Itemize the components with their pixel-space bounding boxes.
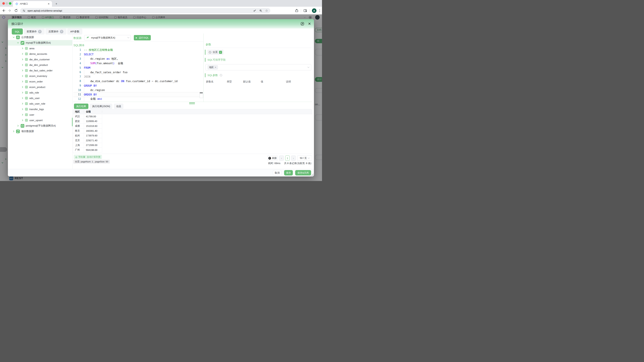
browser-tab[interactable]: API接口 ✕ <box>13 1 52 7</box>
chevron-right-icon[interactable] <box>22 53 24 55</box>
sql-line-7[interactable]: 7JOIN <box>74 75 203 79</box>
tree-item-mysql(平台数据网关A)[interactable]: mysql(平台数据网关A) <box>8 40 72 45</box>
tree-item-ecom_order[interactable]: ecom_order <box>8 79 72 84</box>
sql-line-2[interactable]: 2SELECT <box>74 52 203 57</box>
tree-item-ods_user_role[interactable]: ods_user_role <box>8 101 72 106</box>
tree-scrollbar-thumb[interactable] <box>72 118 72 126</box>
dialog-close-icon[interactable]: ✕ <box>308 22 311 26</box>
chevron-right-icon[interactable] <box>22 81 24 83</box>
tree-item-公共数据源[interactable]: 公共数据源 <box>8 34 72 40</box>
paging-checkbox[interactable]: ✓ <box>219 51 222 54</box>
results-column-金额[interactable]: 金额 <box>84 109 102 114</box>
paging-toggle[interactable]: ⓘ 分页 ✓ <box>207 50 224 55</box>
dialog-tab-SQL[interactable]: SQL <box>12 28 23 34</box>
site-info-icon[interactable] <box>22 9 26 12</box>
auto-column-width-button[interactable]: 自动计算列宽 <box>85 155 102 159</box>
sql-line-1[interactable]: 1-- 按地区汇总销售金额 <box>74 48 203 52</box>
sql-line-8[interactable]: 8 dw_dim_customer dc ON fso.customer_id … <box>74 79 203 83</box>
tree-item-dw_dim_customer[interactable]: dw_dim_customer <box>8 57 72 62</box>
tree-divider[interactable] <box>72 33 72 169</box>
chevron-right-icon[interactable] <box>22 119 24 121</box>
tree-item-dw_fact_sales_order[interactable]: dw_fact_sales_order <box>8 68 72 73</box>
back-button[interactable] <box>2 8 6 12</box>
tree-item-demo_accounts[interactable]: demo_accounts <box>8 51 72 57</box>
sql-line-10[interactable]: 10 dc.region <box>74 88 203 92</box>
results-tab-执行结果(JSON)[interactable]: 执行结果(JSON) <box>90 104 112 109</box>
chevron-down-icon[interactable] <box>12 36 14 38</box>
extensions-icon[interactable] <box>295 9 298 12</box>
url-bar[interactable]: open.apisql.cn/ui/demo-area/api ☆ <box>20 8 270 13</box>
refresh-button[interactable]: ⟳ 刷新 <box>267 156 278 161</box>
next-page-button[interactable]: › <box>291 156 296 161</box>
resize-grip[interactable] <box>310 173 314 176</box>
sql-line-6[interactable]: 6 dw_fact_sales_order fso <box>74 70 203 75</box>
tree-item-user[interactable]: user <box>8 112 72 117</box>
sql-line-5[interactable]: 5FROM <box>74 65 203 70</box>
sql-line-3[interactable]: 3 dc.region as 地区, <box>74 57 203 61</box>
chevron-right-icon[interactable] <box>12 130 14 132</box>
chevron-right-icon[interactable] <box>22 69 24 71</box>
page-size-select[interactable]: 50 / 页 <box>297 156 312 161</box>
sql-line-12[interactable]: 12 金额 asc <box>74 97 203 101</box>
horizontal-split-divider[interactable] <box>73 102 312 102</box>
dialog-tab-后置操作[interactable]: 后置操作0 <box>46 28 66 34</box>
save-button[interactable]: 保存 <box>284 170 293 175</box>
bookmark-star-icon[interactable]: ☆ <box>265 9 268 12</box>
chevron-right-icon[interactable] <box>22 86 24 88</box>
tree-item-ecom_product[interactable]: ecom_product <box>8 84 72 90</box>
prev-page-button[interactable]: ‹ <box>279 156 284 161</box>
fullscreen-icon[interactable] <box>300 22 304 26</box>
tree-item-area[interactable]: area <box>8 45 72 51</box>
results-tab-信息[interactable]: 信息 <box>114 104 124 109</box>
chevron-right-icon[interactable] <box>22 108 24 110</box>
editor-scrollbar-thumb[interactable] <box>200 92 203 93</box>
run-sql-button[interactable]: ▶ 运行SQL <box>134 35 151 40</box>
tree-item-ods_user[interactable]: ods_user <box>8 95 72 101</box>
chevron-right-icon[interactable] <box>17 125 19 127</box>
tab-close-icon[interactable]: ✕ <box>47 2 50 5</box>
chevron-down-icon[interactable] <box>17 42 19 44</box>
chevron-right-icon[interactable] <box>22 75 24 77</box>
sql-line-9[interactable]: 9GROUP BY <box>74 83 203 88</box>
chevron-right-icon[interactable] <box>22 114 24 116</box>
window-zoom-button[interactable] <box>9 2 12 5</box>
cancel-button[interactable]: 取消 <box>273 170 282 175</box>
window-close-button[interactable] <box>2 2 5 5</box>
tree-item-dw_dim_product[interactable]: dw_dim_product <box>8 62 72 68</box>
chevron-right-icon[interactable] <box>22 92 24 94</box>
browser-menu-icon[interactable] <box>319 9 321 12</box>
dialog-tab-前置操作[interactable]: 前置操作0 <box>24 28 44 34</box>
chevron-right-icon[interactable] <box>22 64 24 66</box>
browser-profile-avatar[interactable]: A <box>312 8 316 13</box>
tree-item-ecom_inventory[interactable]: ecom_inventory <box>8 73 72 79</box>
tree-item-项目数据源[interactable]: 项目数据源 <box>8 129 72 134</box>
results-tab-执行结果[interactable]: 执行结果 <box>74 104 88 109</box>
sql-line-11[interactable]: 11ORDER BY <box>74 92 203 97</box>
tree-item-user_upsert[interactable]: user_upsert <box>8 117 72 123</box>
tag-remove-icon[interactable]: ✕ <box>215 66 216 68</box>
zoom-icon[interactable] <box>259 9 262 12</box>
chevron-right-icon[interactable] <box>22 103 24 105</box>
chevron-right-icon[interactable] <box>22 58 24 60</box>
sql-line-4[interactable]: 4 SUM(fso.amount) 金额 <box>74 61 203 66</box>
new-tab-button[interactable]: + <box>54 1 59 6</box>
tree-item-postgresql(平台数据网关A)[interactable]: postgresql(平台数据网关A) <box>8 123 72 129</box>
reload-button[interactable] <box>14 8 18 12</box>
results-column-地区[interactable]: 地区 <box>73 109 84 114</box>
sql-editor[interactable]: 1-- 按地区汇总销售金额2SELECT3 dc.region as 地区,4 … <box>74 48 203 102</box>
current-page-button[interactable]: 1 <box>285 156 290 161</box>
window-minimize-button[interactable] <box>6 2 8 5</box>
save-and-close-button[interactable]: 保存&关闭 <box>295 170 311 175</box>
chevron-right-icon[interactable] <box>22 97 24 99</box>
chevron-right-icon[interactable] <box>22 47 24 49</box>
side-panel-icon[interactable] <box>304 9 307 12</box>
tree-item-transfer_logs[interactable]: transfer_logs <box>8 106 72 112</box>
sortable-fields-select[interactable]: 地区 ✕ <box>206 64 311 70</box>
url-text[interactable]: open.apisql.cn/ui/demo-area/api <box>28 9 253 12</box>
forward-button[interactable] <box>8 8 12 12</box>
editor-resize-handle[interactable] <box>189 102 195 105</box>
tree-item-ods_role[interactable]: ods_role <box>8 90 72 95</box>
password-key-icon[interactable] <box>253 9 256 12</box>
dialog-tab-API参数[interactable]: API参数 <box>67 28 82 34</box>
datasource-select[interactable]: mysql(平台数据网关A) <box>84 35 131 40</box>
